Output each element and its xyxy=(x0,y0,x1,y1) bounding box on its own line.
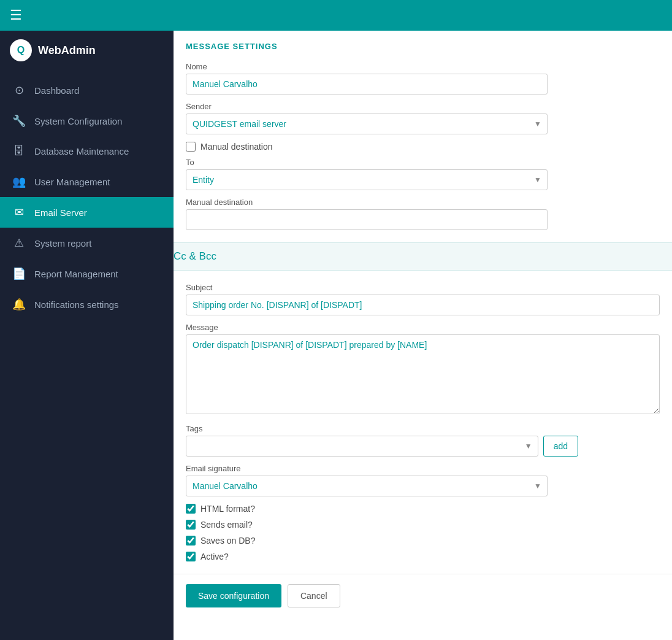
cc-bcc-section: Cc & Bcc xyxy=(174,242,672,271)
subject-group: Subject xyxy=(186,283,660,315)
saves-db-checkbox[interactable] xyxy=(186,536,196,546)
manual-dest-input-label: Manual destination xyxy=(186,198,660,207)
to-select[interactable]: Entity xyxy=(186,169,548,190)
wrench-icon: 🔧 xyxy=(12,114,26,128)
checkboxes-section: HTML format? Sends email? Saves on DB? A… xyxy=(186,504,660,561)
message-group: Message xyxy=(186,323,660,417)
sender-select-wrapper: QUIDGEST email server ▼ xyxy=(186,114,548,134)
active-row: Active? xyxy=(186,552,660,561)
subject-label: Subject xyxy=(186,283,660,292)
main-content: MESSAGE SETTINGS Nome Sender QUIDGEST em… xyxy=(174,31,672,640)
sidebar-item-system-configuration[interactable]: 🔧 System Configuration xyxy=(0,106,174,136)
save-configuration-button[interactable]: Save configuration xyxy=(186,584,281,607)
form-area-2: Subject Message Tags ▼ add xyxy=(174,278,672,574)
email-signature-select[interactable]: Manuel Carvalho xyxy=(186,476,548,496)
sidebar-item-label: Email Server xyxy=(34,207,87,218)
database-icon: 🗄 xyxy=(12,145,26,158)
manual-destination-checkbox-row: Manual destination xyxy=(186,142,660,152)
saves-db-label: Saves on DB? xyxy=(200,536,256,546)
sidebar-item-label: Report Management xyxy=(34,269,118,279)
tags-select[interactable] xyxy=(186,436,538,457)
section-title: MESSAGE SETTINGS xyxy=(174,31,672,57)
email-signature-group: Email signature Manuel Carvalho ▼ xyxy=(186,464,660,496)
warning-icon: ⚠ xyxy=(12,236,26,250)
nome-label: Nome xyxy=(186,62,660,71)
sidebar-item-label: System report xyxy=(34,238,91,249)
sidebar-item-database-maintenance[interactable]: 🗄 Database Maintenance xyxy=(0,136,174,166)
sidebar-item-report-management[interactable]: 📄 Report Management xyxy=(0,258,174,289)
email-icon: ✉ xyxy=(12,206,26,219)
manual-destination-input-group: Manual destination xyxy=(186,198,660,230)
sidebar-item-label: System Configuration xyxy=(34,116,122,126)
nome-group: Nome xyxy=(186,62,660,94)
to-label: To xyxy=(186,158,660,167)
sends-email-label: Sends email? xyxy=(200,520,253,530)
cancel-button[interactable]: Cancel xyxy=(288,584,340,607)
sidebar-item-label: Database Maintenance xyxy=(34,146,129,156)
sidebar-item-dashboard[interactable]: ⊙ Dashboard xyxy=(0,75,174,106)
logo-text: WebAdmin xyxy=(38,44,96,57)
hamburger-icon[interactable]: ☰ xyxy=(10,7,22,23)
sidebar-item-label: User Management xyxy=(34,177,110,187)
sidebar-item-system-report[interactable]: ⚠ System report xyxy=(0,228,174,258)
email-signature-select-wrapper: Manuel Carvalho ▼ xyxy=(186,476,548,496)
sender-label: Sender xyxy=(186,102,660,111)
message-label: Message xyxy=(186,323,660,332)
sidebar-item-user-management[interactable]: 👥 User Management xyxy=(0,166,174,197)
tags-select-wrapper: ▼ xyxy=(186,436,538,457)
manual-destination-input[interactable] xyxy=(186,209,548,230)
sidebar: Q WebAdmin ⊙ Dashboard 🔧 System Configur… xyxy=(0,31,174,640)
email-signature-label: Email signature xyxy=(186,464,660,473)
tags-row: ▼ add xyxy=(186,436,578,457)
manual-destination-checkbox[interactable] xyxy=(186,142,196,152)
saves-db-row: Saves on DB? xyxy=(186,536,660,546)
html-format-label: HTML format? xyxy=(200,504,255,514)
nome-input[interactable] xyxy=(186,74,548,94)
to-group: To Entity ▼ xyxy=(186,158,660,190)
active-label: Active? xyxy=(200,552,229,561)
users-icon: 👥 xyxy=(12,175,26,188)
top-header: ☰ xyxy=(0,0,672,31)
sidebar-logo: Q WebAdmin xyxy=(0,31,174,70)
html-format-checkbox[interactable] xyxy=(186,504,196,514)
tags-group: Tags ▼ add xyxy=(186,424,660,457)
sidebar-item-label: Dashboard xyxy=(34,85,79,96)
bell-icon: 🔔 xyxy=(12,298,26,311)
action-buttons: Save configuration Cancel xyxy=(174,574,672,617)
message-textarea[interactable] xyxy=(186,334,660,414)
sidebar-item-notifications-settings[interactable]: 🔔 Notifications settings xyxy=(0,289,174,320)
sidebar-item-email-server[interactable]: ✉ Email Server xyxy=(0,197,174,228)
logo-circle: Q xyxy=(10,39,32,61)
sends-email-row: Sends email? xyxy=(186,520,660,530)
tags-label: Tags xyxy=(186,424,660,433)
sidebar-nav: ⊙ Dashboard 🔧 System Configuration 🗄 Dat… xyxy=(0,70,174,640)
cc-bcc-title: Cc & Bcc xyxy=(174,250,216,262)
dashboard-icon: ⊙ xyxy=(12,83,26,97)
sender-select[interactable]: QUIDGEST email server xyxy=(186,114,548,134)
form-area: Nome Sender QUIDGEST email server ▼ Manu… xyxy=(174,57,672,242)
add-tag-button[interactable]: add xyxy=(543,436,578,457)
document-icon: 📄 xyxy=(12,267,26,280)
sidebar-item-label: Notifications settings xyxy=(34,299,119,310)
html-format-row: HTML format? xyxy=(186,504,660,514)
sends-email-checkbox[interactable] xyxy=(186,520,196,530)
app-layout: Q WebAdmin ⊙ Dashboard 🔧 System Configur… xyxy=(0,31,672,640)
subject-input[interactable] xyxy=(186,295,660,315)
manual-destination-checkbox-label: Manual destination xyxy=(200,142,273,152)
active-checkbox[interactable] xyxy=(186,552,196,561)
to-select-wrapper: Entity ▼ xyxy=(186,169,548,190)
sender-group: Sender QUIDGEST email server ▼ xyxy=(186,102,660,134)
